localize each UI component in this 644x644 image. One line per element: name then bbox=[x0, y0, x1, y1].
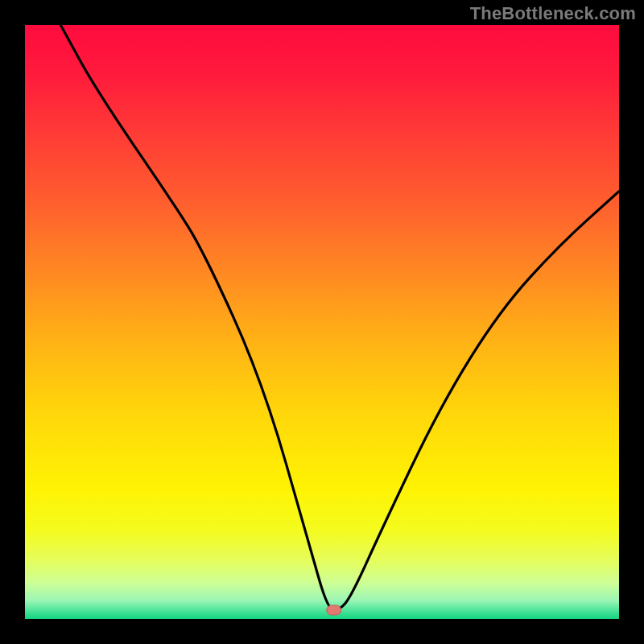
chart-frame: TheBottleneck.com bbox=[0, 0, 644, 644]
optimal-point-marker bbox=[327, 605, 341, 615]
watermark-text: TheBottleneck.com bbox=[470, 3, 636, 24]
bottleneck-chart bbox=[0, 0, 644, 644]
